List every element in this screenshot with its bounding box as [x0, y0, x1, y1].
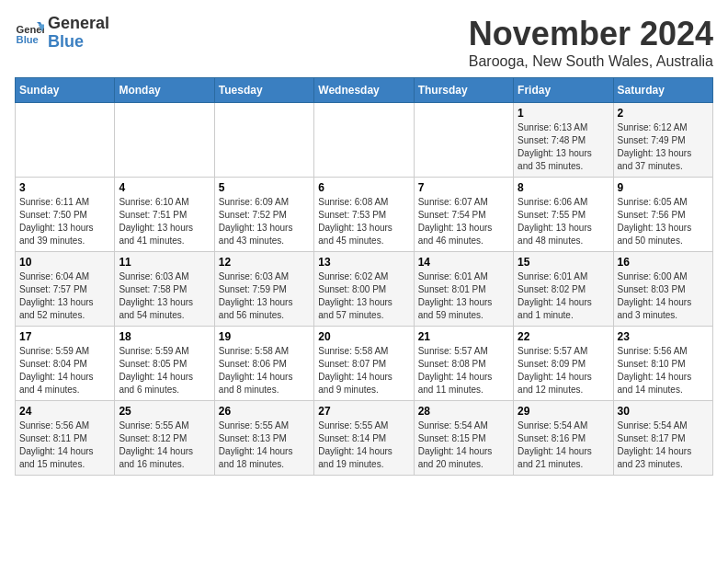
day-info: Sunrise: 5:57 AM Sunset: 8:09 PM Dayligh… [518, 345, 609, 396]
day-info: Sunrise: 6:08 AM Sunset: 7:53 PM Dayligh… [318, 196, 409, 247]
day-number: 1 [518, 107, 609, 120]
day-number: 10 [19, 256, 110, 269]
day-number: 6 [318, 181, 409, 194]
day-info: Sunrise: 6:03 AM Sunset: 7:59 PM Dayligh… [219, 270, 310, 322]
calendar-cell: 7Sunrise: 6:07 AM Sunset: 7:54 PM Daylig… [414, 178, 513, 252]
calendar-cell: 3Sunrise: 6:11 AM Sunset: 7:50 PM Daylig… [16, 178, 115, 252]
calendar-cell: 1Sunrise: 6:13 AM Sunset: 7:48 PM Daylig… [514, 103, 613, 178]
calendar-cell: 22Sunrise: 5:57 AM Sunset: 8:09 PM Dayli… [514, 327, 613, 401]
calendar-cell: 25Sunrise: 5:55 AM Sunset: 8:12 PM Dayli… [115, 401, 214, 476]
day-number: 9 [618, 181, 709, 194]
calendar-cell [214, 103, 313, 178]
day-info: Sunrise: 5:55 AM Sunset: 8:14 PM Dayligh… [318, 419, 409, 471]
day-info: Sunrise: 5:54 AM Sunset: 8:17 PM Dayligh… [618, 419, 709, 471]
calendar-cell: 5Sunrise: 6:09 AM Sunset: 7:52 PM Daylig… [214, 178, 313, 252]
day-info: Sunrise: 5:56 AM Sunset: 8:10 PM Dayligh… [618, 345, 709, 396]
calendar-cell [16, 103, 115, 178]
day-number: 15 [518, 256, 609, 269]
day-number: 20 [318, 330, 409, 343]
logo: General Blue General Blue [15, 15, 109, 52]
calendar-cell: 6Sunrise: 6:08 AM Sunset: 7:53 PM Daylig… [314, 178, 414, 252]
day-info: Sunrise: 5:55 AM Sunset: 8:13 PM Dayligh… [219, 419, 310, 471]
calendar-cell [115, 103, 214, 178]
calendar-cell: 13Sunrise: 6:02 AM Sunset: 8:00 PM Dayli… [314, 252, 414, 327]
calendar-cell: 26Sunrise: 5:55 AM Sunset: 8:13 PM Dayli… [214, 401, 313, 476]
day-number: 27 [318, 405, 409, 418]
calendar-header: SundayMondayTuesdayWednesdayThursdayFrid… [16, 78, 713, 103]
day-info: Sunrise: 5:56 AM Sunset: 8:11 PM Dayligh… [19, 419, 110, 471]
day-info: Sunrise: 5:59 AM Sunset: 8:04 PM Dayligh… [19, 345, 110, 396]
day-info: Sunrise: 6:04 AM Sunset: 7:57 PM Dayligh… [19, 270, 110, 322]
svg-text:Blue: Blue [17, 34, 39, 45]
day-number: 25 [119, 405, 210, 418]
day-info: Sunrise: 6:01 AM Sunset: 8:01 PM Dayligh… [418, 270, 509, 322]
calendar-cell: 16Sunrise: 6:00 AM Sunset: 8:03 PM Dayli… [613, 252, 712, 327]
header-row: SundayMondayTuesdayWednesdayThursdayFrid… [16, 78, 713, 103]
day-number: 2 [618, 107, 709, 120]
logo-line1: General [48, 15, 109, 33]
week-row-4: 17Sunrise: 5:59 AM Sunset: 8:04 PM Dayli… [16, 327, 713, 401]
day-number: 30 [618, 405, 709, 418]
week-row-3: 10Sunrise: 6:04 AM Sunset: 7:57 PM Dayli… [16, 252, 713, 327]
calendar-cell [314, 103, 414, 178]
day-number: 18 [119, 330, 210, 343]
week-row-1: 1Sunrise: 6:13 AM Sunset: 7:48 PM Daylig… [16, 103, 713, 178]
day-number: 26 [219, 405, 310, 418]
calendar-cell: 27Sunrise: 5:55 AM Sunset: 8:14 PM Dayli… [314, 401, 414, 476]
day-info: Sunrise: 6:03 AM Sunset: 7:58 PM Dayligh… [119, 270, 210, 322]
header-cell-saturday: Saturday [613, 78, 712, 103]
day-info: Sunrise: 6:05 AM Sunset: 7:56 PM Dayligh… [618, 196, 709, 247]
calendar-cell: 18Sunrise: 5:59 AM Sunset: 8:05 PM Dayli… [115, 327, 214, 401]
calendar-cell: 24Sunrise: 5:56 AM Sunset: 8:11 PM Dayli… [16, 401, 115, 476]
logo-icon: General Blue [15, 18, 44, 48]
day-number: 13 [318, 256, 409, 269]
title-area: November 2024 Barooga, New South Wales, … [469, 15, 713, 70]
day-number: 8 [518, 181, 609, 194]
day-number: 5 [219, 181, 310, 194]
calendar-cell [414, 103, 513, 178]
header-cell-wednesday: Wednesday [314, 78, 414, 103]
day-number: 11 [119, 256, 210, 269]
calendar-cell: 11Sunrise: 6:03 AM Sunset: 7:58 PM Dayli… [115, 252, 214, 327]
day-number: 28 [418, 405, 509, 418]
calendar-cell: 29Sunrise: 5:54 AM Sunset: 8:16 PM Dayli… [514, 401, 613, 476]
day-info: Sunrise: 5:54 AM Sunset: 8:16 PM Dayligh… [518, 419, 609, 471]
calendar-cell: 2Sunrise: 6:12 AM Sunset: 7:49 PM Daylig… [613, 103, 712, 178]
location-title: Barooga, New South Wales, Australia [469, 53, 713, 70]
calendar-cell: 28Sunrise: 5:54 AM Sunset: 8:15 PM Dayli… [414, 401, 513, 476]
header-cell-friday: Friday [514, 78, 613, 103]
calendar-body: 1Sunrise: 6:13 AM Sunset: 7:48 PM Daylig… [16, 103, 713, 476]
month-title: November 2024 [469, 15, 713, 53]
day-info: Sunrise: 5:54 AM Sunset: 8:15 PM Dayligh… [418, 419, 509, 471]
logo-line2: Blue [48, 33, 109, 52]
day-info: Sunrise: 5:55 AM Sunset: 8:12 PM Dayligh… [119, 419, 210, 471]
day-number: 29 [518, 405, 609, 418]
calendar-cell: 12Sunrise: 6:03 AM Sunset: 7:59 PM Dayli… [214, 252, 313, 327]
day-info: Sunrise: 6:07 AM Sunset: 7:54 PM Dayligh… [418, 196, 509, 247]
day-number: 12 [219, 256, 310, 269]
day-info: Sunrise: 5:58 AM Sunset: 8:06 PM Dayligh… [219, 345, 310, 396]
day-number: 16 [618, 256, 709, 269]
day-number: 22 [518, 330, 609, 343]
day-info: Sunrise: 5:58 AM Sunset: 8:07 PM Dayligh… [318, 345, 409, 396]
header-cell-tuesday: Tuesday [214, 78, 313, 103]
day-info: Sunrise: 6:09 AM Sunset: 7:52 PM Dayligh… [219, 196, 310, 247]
day-number: 14 [418, 256, 509, 269]
day-info: Sunrise: 6:10 AM Sunset: 7:51 PM Dayligh… [119, 196, 210, 247]
calendar-table: SundayMondayTuesdayWednesdayThursdayFrid… [15, 77, 713, 476]
header-cell-thursday: Thursday [414, 78, 513, 103]
calendar-cell: 15Sunrise: 6:01 AM Sunset: 8:02 PM Dayli… [514, 252, 613, 327]
calendar-cell: 10Sunrise: 6:04 AM Sunset: 7:57 PM Dayli… [16, 252, 115, 327]
calendar-cell: 21Sunrise: 5:57 AM Sunset: 8:08 PM Dayli… [414, 327, 513, 401]
calendar-cell: 20Sunrise: 5:58 AM Sunset: 8:07 PM Dayli… [314, 327, 414, 401]
day-number: 4 [119, 181, 210, 194]
calendar-cell: 8Sunrise: 6:06 AM Sunset: 7:55 PM Daylig… [514, 178, 613, 252]
day-number: 21 [418, 330, 509, 343]
day-number: 19 [219, 330, 310, 343]
header: General Blue General Blue November 2024 … [15, 15, 713, 70]
calendar-cell: 19Sunrise: 5:58 AM Sunset: 8:06 PM Dayli… [214, 327, 313, 401]
day-info: Sunrise: 5:57 AM Sunset: 8:08 PM Dayligh… [418, 345, 509, 396]
week-row-5: 24Sunrise: 5:56 AM Sunset: 8:11 PM Dayli… [16, 401, 713, 476]
day-info: Sunrise: 6:06 AM Sunset: 7:55 PM Dayligh… [518, 196, 609, 247]
day-info: Sunrise: 6:13 AM Sunset: 7:48 PM Dayligh… [518, 121, 609, 173]
